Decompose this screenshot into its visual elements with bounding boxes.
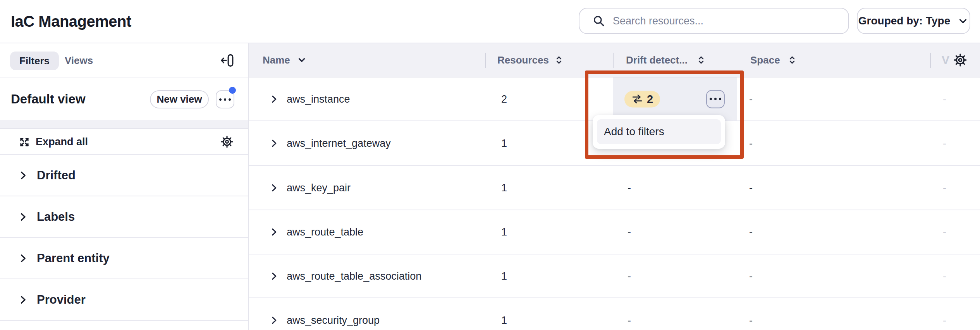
resource-type-name: aws_key_pair — [287, 182, 351, 194]
drift-value: - — [628, 314, 631, 326]
menu-item-add-to-filters[interactable]: Add to filters — [597, 119, 721, 144]
context-menu: Add to filters — [593, 115, 725, 149]
more-horizontal-icon — [710, 98, 712, 100]
sidebar-section-labels[interactable]: Labels — [0, 196, 248, 238]
sort-icon[interactable] — [554, 55, 564, 65]
sidebar-section-provider[interactable]: Provider — [0, 279, 248, 321]
space-value: - — [749, 93, 753, 105]
row-actions-button[interactable] — [706, 90, 725, 108]
resource-type-name: aws_internet_gateway — [287, 137, 391, 149]
extra-column-value: - — [943, 226, 946, 238]
row-expand-chevron-icon[interactable] — [269, 94, 279, 104]
expand-all-label: Expand all — [36, 136, 88, 148]
sidebar: Filters Views Default view New view — [0, 43, 249, 330]
row-expand-chevron-icon[interactable] — [269, 183, 279, 193]
resources-count: 2 — [501, 93, 507, 105]
column-header-partial: V — [942, 53, 949, 67]
column-divider — [613, 53, 614, 68]
notification-dot — [229, 87, 236, 94]
space-value: - — [749, 314, 753, 326]
section-label: Parent entity — [37, 251, 110, 265]
table-row[interactable]: aws_route_table 1 - - - — [249, 210, 980, 254]
chevron-right-icon — [17, 253, 28, 264]
expand-all-icon — [19, 136, 30, 148]
extra-column-value: - — [943, 137, 946, 149]
column-header-drift[interactable]: Drift detect... — [626, 54, 688, 66]
grouped-by-dropdown[interactable]: Grouped by: Type — [857, 8, 970, 34]
top-bar: IaC Management Grouped by: Type — [0, 0, 980, 43]
table-header: Name Resources Drift detect... Space V — [249, 43, 980, 77]
extra-column-value: - — [943, 270, 946, 282]
column-header-resources[interactable]: Resources — [497, 54, 549, 66]
sidebar-sections: Drifted Labels Parent entity Provider — [0, 155, 248, 321]
resources-table: Name Resources Drift detect... Space V — [249, 43, 980, 330]
chevron-right-icon — [17, 294, 28, 305]
table-row[interactable]: aws_route_table_association 1 - - - — [249, 254, 980, 298]
drift-value: - — [628, 182, 631, 194]
page-title: IaC Management — [11, 13, 131, 30]
extra-column-value: - — [943, 93, 946, 105]
drift-value: - — [628, 270, 631, 282]
sidebar-view-row: Default view New view — [0, 77, 248, 121]
section-label: Provider — [37, 293, 86, 307]
drift-count: 2 — [647, 93, 653, 105]
extra-column-value: - — [943, 314, 946, 326]
tab-filters[interactable]: Filters — [10, 52, 59, 70]
view-title: Default view — [11, 92, 86, 107]
column-divider — [930, 53, 931, 68]
chevron-right-icon — [17, 211, 28, 222]
section-label: Drifted — [37, 168, 76, 182]
table-row[interactable]: aws_security_group 1 - - - — [249, 298, 980, 330]
extra-column-value: - — [943, 182, 946, 194]
grouped-by-label: Grouped by: Type — [858, 15, 951, 27]
resource-type-name: aws_instance — [287, 93, 350, 105]
drift-value: - — [628, 226, 631, 238]
sort-icon[interactable] — [787, 55, 797, 65]
sort-icon[interactable] — [696, 55, 706, 65]
resource-type-name: aws_route_table — [287, 226, 363, 238]
chevron-down-icon — [957, 15, 969, 27]
resources-count: 1 — [501, 137, 507, 149]
sidebar-section-drifted[interactable]: Drifted — [0, 155, 248, 196]
search-icon — [593, 15, 605, 27]
new-view-button[interactable]: New view — [150, 90, 209, 108]
search-input[interactable] — [612, 15, 830, 28]
resource-type-name: aws_route_table_association — [287, 270, 421, 282]
space-value: - — [749, 226, 753, 238]
sidebar-divider-strip — [0, 121, 248, 129]
collapse-sidebar-button[interactable] — [219, 53, 235, 68]
expand-all-button[interactable]: Expand all — [19, 129, 88, 155]
row-expand-chevron-icon[interactable] — [269, 138, 279, 148]
sidebar-section-parent-entity[interactable]: Parent entity — [0, 238, 248, 279]
column-header-space[interactable]: Space — [750, 54, 780, 66]
table-row[interactable]: aws_key_pair 1 - - - — [249, 166, 980, 210]
row-expand-chevron-icon[interactable] — [269, 315, 279, 325]
sidebar-expand-row: Expand all — [0, 129, 248, 155]
space-value: - — [749, 270, 753, 282]
table-settings-button[interactable] — [954, 53, 967, 67]
search-box[interactable] — [579, 8, 849, 34]
resources-count: 1 — [501, 226, 507, 238]
resources-count: 1 — [501, 182, 507, 194]
resource-type-name: aws_security_group — [287, 314, 380, 326]
drift-badge[interactable]: 2 — [624, 91, 660, 107]
resources-count: 1 — [501, 270, 507, 282]
sidebar-tabs: Filters Views — [0, 43, 248, 77]
chevron-down-icon[interactable] — [297, 55, 307, 65]
drift-arrows-icon — [631, 94, 643, 104]
tab-views[interactable]: Views — [65, 43, 93, 77]
space-value: - — [749, 182, 753, 194]
chevron-right-icon — [17, 170, 28, 181]
space-value: - — [749, 137, 753, 149]
column-header-name[interactable]: Name — [263, 54, 290, 66]
resources-count: 1 — [501, 314, 507, 326]
collapse-panel-icon — [220, 53, 234, 67]
filters-settings-button[interactable] — [221, 136, 233, 148]
section-label: Labels — [37, 210, 75, 224]
column-divider — [485, 53, 486, 68]
row-expand-chevron-icon[interactable] — [269, 227, 279, 237]
row-expand-chevron-icon[interactable] — [269, 271, 279, 281]
more-horizontal-icon — [219, 98, 222, 101]
